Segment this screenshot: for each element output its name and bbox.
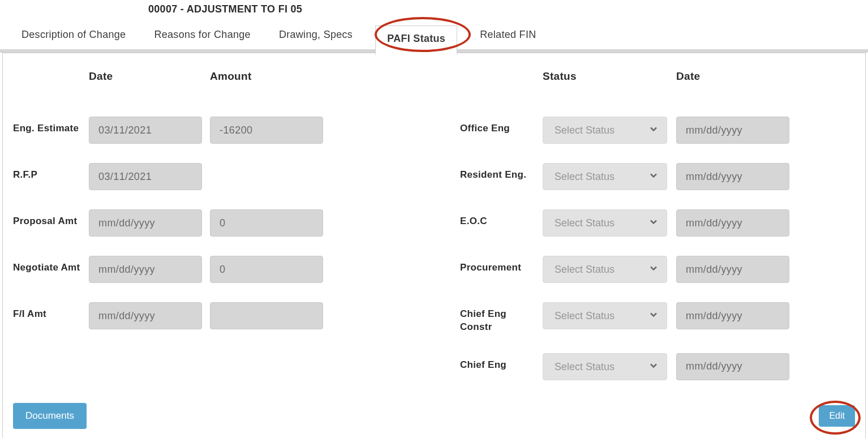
left-column: Date Amount Eng. Estimate R.F.P Proposal… [13, 70, 403, 380]
row-label-rfp: R.F.P [13, 163, 81, 182]
procurement-date-input[interactable] [676, 256, 789, 283]
eoc-status-wrap: Select Status [543, 209, 667, 237]
row-label-chief-eng: Chief Eng [460, 353, 534, 372]
procurement-status-wrap: Select Status [543, 256, 667, 283]
eng-estimate-amount-input[interactable] [210, 117, 323, 144]
rfp-amount-empty [210, 163, 323, 190]
row-label-fi-amt: F/I Amt [13, 302, 81, 321]
col-header-status: Status [543, 70, 667, 87]
resident-eng-status-select[interactable]: Select Status [543, 163, 667, 190]
chief-eng-constr-status-select[interactable]: Select Status [543, 302, 667, 329]
negotiate-date-input[interactable] [89, 256, 202, 283]
left-grid: Date Amount Eng. Estimate R.F.P Proposal… [13, 70, 403, 329]
office-eng-status-select[interactable]: Select Status [543, 117, 667, 144]
negotiate-amount-input[interactable] [210, 256, 323, 283]
chief-eng-status-select[interactable]: Select Status [543, 353, 667, 380]
panel-footer: Documents Edit [13, 403, 855, 429]
page-title: 00007 - ADJUSTMENT TO FI 05 [0, 0, 868, 22]
resident-eng-status-wrap: Select Status [543, 163, 667, 190]
col-header-amount: Amount [210, 70, 323, 87]
rfp-date-input[interactable] [89, 163, 202, 190]
chief-eng-constr-date-input[interactable] [676, 302, 789, 329]
tab-description-of-change[interactable]: Description of Change [16, 22, 131, 49]
chief-eng-status-wrap: Select Status [543, 353, 667, 380]
resident-eng-date-input[interactable] [676, 163, 789, 190]
row-label-negotiate-amt: Negotiate Amt [13, 256, 81, 274]
tab-bar: Description of Change Reasons for Change… [0, 22, 868, 53]
fi-date-input[interactable] [89, 302, 202, 329]
right-grid: Status Date Office Eng Select Status [460, 70, 822, 380]
eng-estimate-date-input[interactable] [89, 117, 202, 144]
office-eng-date-input[interactable] [676, 117, 789, 144]
row-label-chief-eng-constr: Chief Eng Constr [460, 302, 534, 334]
col-header-date-right: Date [676, 70, 789, 87]
procurement-status-select[interactable]: Select Status [543, 256, 667, 283]
tab-drawing-specs[interactable]: Drawing, Specs [273, 22, 358, 49]
empty-header-cell [13, 70, 81, 97]
office-eng-status-wrap: Select Status [543, 117, 667, 144]
columns: Date Amount Eng. Estimate R.F.P Proposal… [13, 70, 855, 380]
tab-related-fin[interactable]: Related FIN [474, 22, 542, 49]
tab-reasons-for-change[interactable]: Reasons for Change [148, 22, 256, 49]
edit-button[interactable]: Edit [819, 405, 855, 427]
tab-panel: Date Amount Eng. Estimate R.F.P Proposal… [2, 53, 866, 438]
eoc-date-input[interactable] [676, 209, 789, 237]
col-header-date: Date [89, 70, 202, 87]
tab-pafi-status[interactable]: PAFI Status [375, 25, 457, 56]
row-label-proposal-amt: Proposal Amt [13, 209, 81, 228]
proposal-date-input[interactable] [89, 209, 202, 237]
page-root: 00007 - ADJUSTMENT TO FI 05 Description … [0, 0, 868, 438]
row-label-office-eng: Office Eng [460, 117, 534, 135]
right-column: Status Date Office Eng Select Status [460, 70, 822, 380]
documents-button[interactable]: Documents [13, 403, 87, 429]
eoc-status-select[interactable]: Select Status [543, 209, 667, 237]
row-label-eoc: E.O.C [460, 209, 534, 228]
row-label-eng-estimate: Eng. Estimate [13, 117, 81, 135]
row-label-resident-eng: Resident Eng. [460, 163, 534, 182]
proposal-amount-input[interactable] [210, 209, 323, 237]
row-label-procurement: Procurement [460, 256, 534, 274]
chief-eng-constr-status-wrap: Select Status [543, 302, 667, 329]
fi-amount-input[interactable] [210, 302, 323, 329]
chief-eng-date-input[interactable] [676, 353, 789, 380]
empty-header-cell-right [460, 70, 534, 97]
